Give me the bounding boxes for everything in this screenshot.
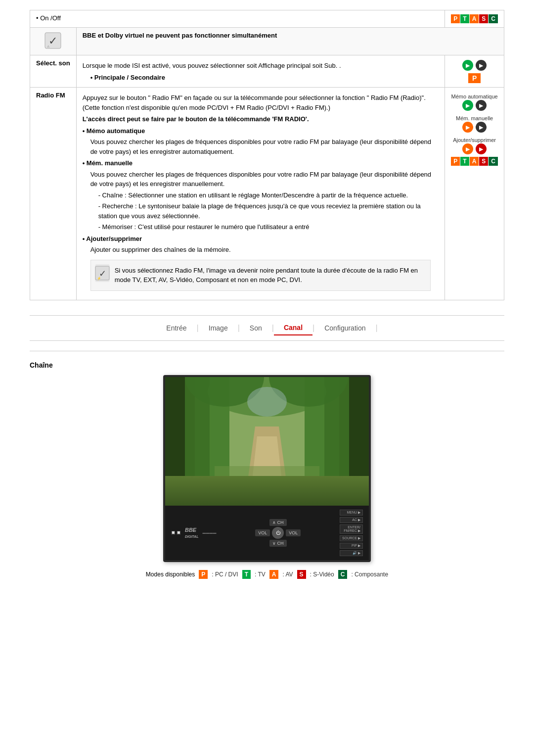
p-icon-badge: P	[468, 73, 481, 83]
radio-fm-content: Appuyez sur le bouton " Radio FM" en faç…	[76, 88, 445, 300]
vol-row: VOL ⏻ VOL	[255, 527, 301, 539]
bottom-section: Chaîne	[30, 361, 504, 579]
mode-text-p: : PC / DVI	[212, 571, 238, 578]
tv-container: 🔲 🔲 BBEDIGITAL ▬▬▬▬ ∧ CH VOL ⏻ VOL ∨ CH …	[163, 375, 371, 562]
radio-mem-man-text: Vous pouvez chercher les plages de fréqu…	[90, 170, 439, 189]
pip-btn[interactable]: PIP ▶	[340, 543, 363, 549]
badge-p: P	[451, 14, 460, 23]
radio-ajouter-text: Ajouter ou supprimer des chaînes de la m…	[90, 245, 439, 255]
warning-row: ✓ ⚠ BBE et Dolby virtuel ne peuvent pas …	[30, 28, 504, 55]
select-son-bullet: • Principale / Secondaire	[90, 73, 439, 83]
mem-btn-1: ▶	[462, 122, 473, 133]
memo-btn-2: ▶	[476, 100, 487, 111]
warning-icon-cell: ✓ ⚠	[30, 28, 77, 55]
nav-image[interactable]: Image	[199, 321, 238, 335]
ajouter-btn-1: ▶	[462, 143, 473, 154]
ac-btn[interactable]: AC ▶	[340, 517, 363, 523]
radio-fm-label-text: Radio FM	[36, 92, 65, 99]
radio-bullet1: • Mémo automatique	[83, 126, 439, 136]
badge-t: T	[460, 14, 469, 23]
select-son-icons: ▶ ▶ P	[445, 55, 504, 88]
note-checkmark-icon: ✓ ⚡	[95, 266, 110, 281]
onoff-label: • On /Off	[36, 14, 61, 22]
icon-ajouter-group: Ajouter/supprimer ▶ ▶ P T A S C	[451, 137, 498, 166]
circle-btn-1: ▶	[462, 60, 473, 71]
enter-btn[interactable]: ENTER/FM/REC ▶	[340, 524, 363, 534]
svg-point-23	[247, 387, 287, 417]
radio-fm-note: ✓ ⚡ Si vous sélectionnez Radio FM, l'ima…	[90, 260, 431, 291]
select-son-text: Lorsque le mode ISI est activé, vous pou…	[83, 61, 439, 71]
tv-status-icons: 🔲 🔲	[171, 531, 181, 535]
svg-text:⚡: ⚡	[97, 276, 101, 281]
tv-controls[interactable]: ∧ CH VOL ⏻ VOL ∨ CH	[255, 519, 301, 547]
ajouter-label: Ajouter/supprimer	[451, 137, 498, 143]
radio-fm-icons: Mémo automatique ▶ ▶ Mém. manuelle ▶ ▶ A…	[445, 88, 504, 300]
main-table: • On /Off P T A S C ✓ ⚠ BBE et Dolby vir…	[30, 10, 504, 300]
vol-up-btn[interactable]: VOL	[286, 529, 301, 536]
mem-man-label: Mém. manuelle	[451, 115, 498, 121]
ajouter-badge-c: C	[489, 157, 498, 166]
ajouter-badges: P T A S C	[451, 157, 498, 166]
mode-badge-t: T	[242, 570, 251, 579]
mode-badge-s: S	[297, 570, 306, 579]
warning-text-cell: BBE et Dolby virtuel ne peuvent pas fonc…	[76, 28, 504, 55]
speaker-btn[interactable]: 🔊 ▶	[340, 550, 363, 556]
select-son-icon-group: ▶ ▶ P	[451, 59, 498, 83]
svg-text:✓: ✓	[48, 35, 57, 47]
ajouter-badge-s: S	[479, 157, 488, 166]
tv-bezel: 🔲 🔲 BBEDIGITAL ▬▬▬▬ ∧ CH VOL ⏻ VOL ∨ CH …	[165, 506, 369, 560]
mode-text-s: : S-Vidéo	[310, 571, 334, 578]
radio-fm-bold: L'accès direct peut se faire par le bout…	[83, 114, 439, 124]
radio-recherche-text: - Recherche : Le syntoniseur balaie la p…	[98, 201, 439, 221]
nav-son[interactable]: Son	[240, 321, 272, 335]
radio-fm-row: Radio FM Appuyez sur le bouton " Radio F…	[30, 88, 504, 300]
mode-text-a: : AV	[282, 571, 293, 578]
chaine-title: Chaîne	[30, 361, 504, 369]
power-btn[interactable]: ⏻	[272, 527, 284, 539]
badge-s: S	[479, 14, 488, 23]
ajouter-badge-p: P	[451, 157, 460, 166]
tv-side-controls: MENU ▶ AC ▶ ENTER/FM/REC ▶ SOURCE ▶ PIP …	[340, 510, 363, 556]
nav-configuration[interactable]: Configuration	[314, 321, 375, 335]
svg-rect-9	[165, 377, 185, 506]
equalizer-icon: ▬▬▬▬	[202, 531, 216, 534]
badge-c: C	[489, 14, 498, 23]
icon-memo-label: Mémo automatique ▶ ▶	[451, 94, 498, 111]
vol-down-btn[interactable]: VOL	[255, 529, 270, 536]
radio-bullet3: • Ajouter/supprimer	[83, 234, 439, 244]
radio-fm-note-text: Si vous sélectionnez Radio FM, l'image v…	[115, 266, 427, 285]
radio-chaine-text: - Chaîne : Sélectionner une station en u…	[98, 190, 439, 200]
source-btn[interactable]: SOURCE ▶	[340, 535, 363, 541]
nav-canal[interactable]: Canal	[274, 321, 312, 335]
radio-memoriser-text: - Mémoriser : C'est utilisé pour restaur…	[98, 222, 439, 232]
ch-up-btn[interactable]: ∧ CH	[269, 519, 287, 526]
tv-frame: 🔲 🔲 BBEDIGITAL ▬▬▬▬ ∧ CH VOL ⏻ VOL ∨ CH …	[163, 375, 371, 562]
divider	[30, 351, 504, 351]
tv-screen	[165, 377, 369, 506]
ajouter-btn-2: ▶	[476, 143, 487, 154]
ajouter-btns: ▶ ▶	[451, 143, 498, 155]
navigation-bar: Entrée | Image | Son | Canal | Configura…	[30, 315, 504, 341]
circle-btn-2: ▶	[476, 60, 487, 71]
radio-fm-label: Radio FM	[30, 88, 77, 300]
memo-auto-label: Mémo automatique	[451, 94, 498, 99]
mem-btn-2: ▶	[476, 122, 487, 133]
mem-man-btns: ▶ ▶	[451, 121, 498, 133]
warning-text: BBE et Dolby virtuel ne peuvent pas fonc…	[83, 32, 277, 39]
tv-logos: 🔲 🔲 BBEDIGITAL ▬▬▬▬	[171, 527, 216, 539]
mode-text-t: : TV	[255, 571, 266, 578]
nav-entree[interactable]: Entrée	[156, 321, 196, 335]
menu-btn[interactable]: MENU ▶	[340, 510, 363, 516]
onoff-cell: • On /Off	[30, 10, 445, 28]
memo-btn-1: ▶	[462, 100, 473, 111]
icon-mem-man-group: Mém. manuelle ▶ ▶	[451, 115, 498, 133]
svg-rect-22	[215, 466, 319, 506]
ch-down-btn[interactable]: ∨ CH	[269, 540, 287, 547]
modes-label: Modes disponibles	[146, 571, 195, 578]
forest-image	[165, 377, 369, 506]
select-son-label: Sélect. son	[30, 55, 77, 88]
warning-icon: ✓ ⚠	[44, 32, 62, 49]
nav-sep-5: |	[375, 324, 377, 332]
select-son-row: Sélect. son Lorsque le mode ISI est acti…	[30, 55, 504, 88]
ajouter-badge-t: T	[460, 157, 469, 166]
